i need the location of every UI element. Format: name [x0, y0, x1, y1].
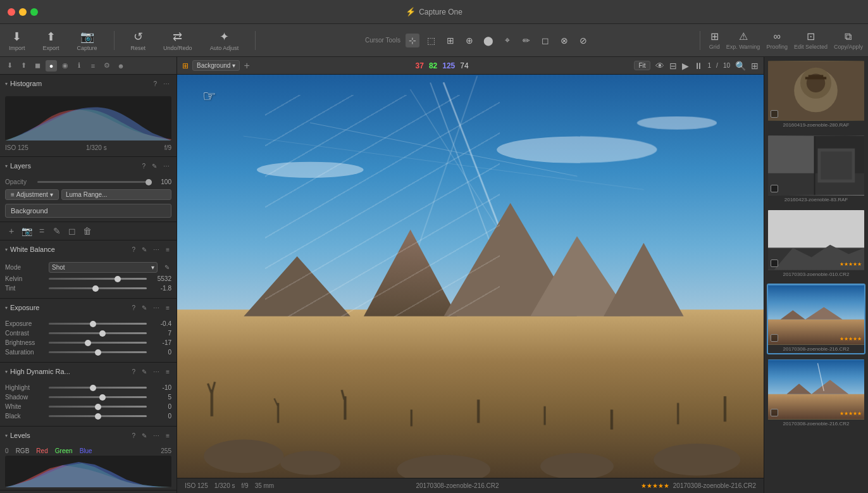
- viewer-zoom-icon[interactable]: ⊟: [669, 61, 677, 71]
- add-layer-btn[interactable]: +: [5, 225, 18, 237]
- hdr-header[interactable]: ▾ High Dynamic Ra... ? ✎ ⋯ ≡: [0, 363, 177, 380]
- levels-edit[interactable]: ✎: [140, 432, 149, 440]
- undo-redo-button[interactable]: ⇄ Undo/Redo: [159, 27, 196, 54]
- saturation-slider[interactable]: [49, 351, 147, 353]
- tab-info[interactable]: ℹ: [73, 60, 85, 72]
- wb-mode-select[interactable]: Shot ▾: [49, 262, 158, 273]
- exp-list[interactable]: ≡: [164, 304, 171, 312]
- cursor-tool-straighten[interactable]: ⊞: [443, 34, 457, 47]
- hdr-white-slider[interactable]: [49, 406, 147, 408]
- hdr-black-slider[interactable]: [49, 415, 147, 417]
- cursor-tool-zoom[interactable]: ⬤: [481, 34, 495, 47]
- wb-tint-thumb[interactable]: [92, 285, 99, 292]
- thumb-checkbox-1[interactable]: [771, 110, 778, 118]
- layers-more[interactable]: ⋯: [161, 162, 171, 170]
- wb-edit[interactable]: ✎: [140, 246, 149, 254]
- wb-eyedropper[interactable]: ✎: [163, 263, 171, 271]
- layers-edit[interactable]: ✎: [150, 162, 159, 170]
- brightness-slider[interactable]: [49, 342, 147, 344]
- cursor-tool-crop[interactable]: ⬚: [425, 34, 438, 47]
- hdr-white-thumb[interactable]: [95, 404, 101, 410]
- hdr-edit[interactable]: ✎: [140, 368, 149, 376]
- hdr-highlight-slider[interactable]: [49, 387, 147, 389]
- levels-help[interactable]: ?: [130, 432, 138, 440]
- hdr-shadow-slider[interactable]: [49, 396, 147, 398]
- levels-list[interactable]: ≡: [164, 432, 171, 440]
- layers-help[interactable]: ?: [140, 162, 147, 170]
- cursor-tool-clone[interactable]: ⊗: [557, 34, 571, 47]
- histogram-header[interactable]: ▾ Histogram ? ⋯: [0, 75, 177, 92]
- viewer-eye-icon[interactable]: 👁: [655, 61, 664, 71]
- exp-thumb[interactable]: [90, 321, 96, 327]
- cursor-tool-select[interactable]: ⊹: [406, 34, 419, 47]
- photo-viewer[interactable]: ☞: [177, 75, 764, 478]
- tab-settings[interactable]: ⚙: [101, 60, 113, 72]
- copy-apply-button[interactable]: ⧉ Copy/Apply: [834, 31, 863, 50]
- thumbnail-2[interactable]: 20160423-zoenoble-83.RAF: [767, 134, 865, 205]
- tab-color[interactable]: ●: [46, 60, 57, 72]
- hdr-more[interactable]: ⋯: [151, 368, 161, 376]
- opacity-thumb[interactable]: [146, 179, 152, 185]
- viewer-search-icon[interactable]: 🔍: [735, 61, 746, 71]
- close-button[interactable]: [8, 8, 15, 16]
- viewer-more-icon[interactable]: ⊞: [751, 61, 759, 71]
- thumb-checkbox-2[interactable]: [771, 185, 778, 192]
- hdr-black-thumb[interactable]: [95, 413, 101, 420]
- histogram-more[interactable]: ⋯: [161, 80, 171, 88]
- pencil-layer-btn[interactable]: ✎: [51, 225, 63, 237]
- tab-lens[interactable]: ◉: [59, 60, 71, 72]
- thumbnail-4[interactable]: 20170308-zoenoble-216.CR2 ★★★★★: [767, 284, 865, 354]
- wb-kelvin-slider[interactable]: [49, 278, 147, 280]
- hdr-shadow-thumb[interactable]: [99, 394, 106, 401]
- luma-range-btn[interactable]: Luma Range...: [61, 189, 171, 200]
- exp-more[interactable]: ⋯: [151, 304, 161, 312]
- maximize-button[interactable]: [30, 8, 38, 16]
- edit-selected-button[interactable]: ⊡ Edit Selected: [794, 30, 828, 50]
- export-button[interactable]: ⬆ Export: [39, 27, 63, 54]
- thumb-checkbox-3[interactable]: [771, 259, 778, 267]
- viewer-pause-btn[interactable]: ⏸: [694, 61, 703, 71]
- background-layer-item[interactable]: Background: [5, 204, 171, 218]
- proofing-button[interactable]: ∞ Proofing: [766, 31, 788, 50]
- fit-button[interactable]: Fit: [634, 61, 650, 70]
- tab-batch[interactable]: ≡: [87, 60, 99, 72]
- camera-layer-btn[interactable]: 📷: [20, 225, 33, 237]
- tab-person[interactable]: ☻: [115, 60, 127, 72]
- thumbnail-3[interactable]: 20170303-zoenoble-010.CR2 ★★★★★: [767, 209, 865, 280]
- import-button[interactable]: ⬇ Import: [5, 27, 29, 54]
- auto-adjust-button[interactable]: ✦ Auto Adjust: [206, 27, 243, 54]
- grid-view-icon[interactable]: ⊞: [182, 61, 189, 70]
- layers-header[interactable]: ▾ Layers ? ✎ ⋯: [0, 157, 177, 175]
- histogram-help[interactable]: ?: [151, 80, 159, 88]
- reset-button[interactable]: ↺ Reset: [127, 27, 150, 54]
- tab-export[interactable]: ⬆: [18, 60, 29, 72]
- add-layer-viewer-btn[interactable]: +: [244, 60, 249, 72]
- hdr-highlight-thumb[interactable]: [90, 385, 96, 391]
- thumbnail-5[interactable]: 20170308-zoenoble-216.CR2 ★★★★★: [767, 358, 865, 429]
- capture-button[interactable]: 📷 Capture: [73, 27, 101, 54]
- trash-layer-btn[interactable]: 🗑: [81, 225, 94, 237]
- cursor-tool-move[interactable]: ⊕: [462, 34, 476, 47]
- exp-warning-button[interactable]: ⚠ Exp. Warning: [726, 30, 760, 50]
- hdr-help[interactable]: ?: [130, 368, 138, 376]
- eraser-layer-btn[interactable]: ◻: [66, 225, 78, 237]
- cursor-tool-brush[interactable]: ✏: [519, 34, 533, 47]
- equals-layer-btn[interactable]: =: [35, 225, 48, 237]
- wb-tint-slider[interactable]: [49, 287, 147, 289]
- opacity-slider[interactable]: [37, 181, 152, 183]
- grid-button[interactable]: ⊞ Grid: [709, 30, 720, 50]
- adjustment-type-btn[interactable]: ≡ Adjustment ▾: [5, 189, 59, 200]
- minimize-button[interactable]: [19, 8, 27, 16]
- tab-import[interactable]: ⬇: [4, 60, 15, 72]
- wb-kelvin-thumb[interactable]: [115, 276, 121, 282]
- white-balance-header[interactable]: ▾ White Balance ? ✎ ⋯ ≡: [0, 240, 177, 258]
- exposure-header[interactable]: ▾ Exposure ? ✎ ⋯ ≡: [0, 299, 177, 316]
- levels-more[interactable]: ⋯: [151, 432, 161, 440]
- exp-edit[interactable]: ✎: [140, 304, 149, 312]
- tab-camera[interactable]: ◼: [32, 60, 43, 72]
- brightness-thumb[interactable]: [85, 340, 91, 346]
- wb-list[interactable]: ≡: [164, 246, 171, 254]
- thumb-checkbox-4[interactable]: [771, 334, 778, 342]
- thumbnail-1[interactable]: 20160419-zoenoble-280.RAF: [767, 59, 865, 130]
- cursor-tool-eraser[interactable]: ◻: [538, 34, 552, 47]
